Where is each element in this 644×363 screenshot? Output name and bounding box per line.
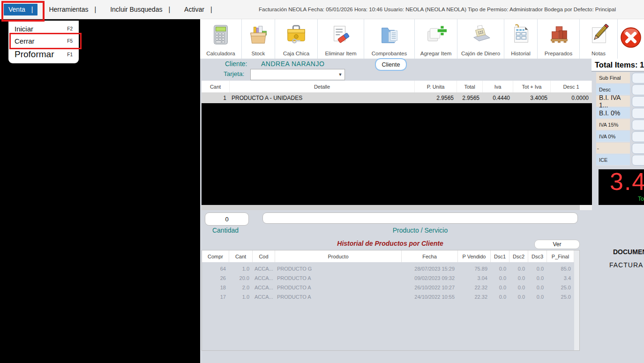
toolbar-label: Comprobantes bbox=[372, 51, 407, 56]
producto-servicio-input[interactable] bbox=[262, 212, 578, 224]
toolbar-button-stock[interactable]: Stock bbox=[242, 19, 275, 59]
history-cell-p-vendido: 75.89 bbox=[458, 264, 491, 273]
bi-iva-field[interactable] bbox=[632, 96, 644, 107]
sale-cell-desc1: 0.0000 bbox=[551, 92, 592, 103]
sidebar-row-ice: ICE bbox=[596, 154, 644, 166]
folder-documents-icon bbox=[379, 19, 400, 51]
history-col-p-vendido: P Vendido bbox=[458, 250, 491, 262]
history-col-producto: Producto bbox=[275, 250, 402, 262]
toolbar-label: Notas bbox=[592, 51, 606, 56]
horizontal-scrollbar[interactable] bbox=[202, 205, 592, 210]
menu-item-proformar[interactable]: Proformar F1 bbox=[8, 47, 79, 61]
history-row[interactable]: 64 1.0 ACCA... PRODUCTO G 28/07/2023 15:… bbox=[202, 264, 574, 273]
history-cell-cod: ACCA... bbox=[253, 292, 275, 302]
producto-servicio-label: Producto / Servicio bbox=[262, 227, 578, 234]
history-cell-cod: ACCA... bbox=[253, 283, 275, 292]
iva-15-field[interactable] bbox=[632, 120, 644, 130]
sidebar-row-sub-final: Sub Final bbox=[596, 72, 644, 84]
menu-activar-label: Activar bbox=[184, 6, 204, 13]
toolbar-label: Preparados bbox=[545, 51, 572, 56]
scrollbar-thumb[interactable] bbox=[580, 205, 592, 210]
menu-incluir-busquedas[interactable]: Incluir Busquedas | bbox=[110, 6, 170, 13]
calculator-icon bbox=[210, 19, 232, 51]
totals-sidebar: Sub Final Desc B.I. IVA 1... B.I. 0% IVA… bbox=[596, 72, 644, 166]
sale-table-row[interactable]: 1 PRODUCTO A - UNIDADES 2.9565 2.9565 0.… bbox=[202, 92, 592, 103]
shortcut-f5: F5 bbox=[67, 38, 73, 44]
bi-0-label: B.I. 0% bbox=[596, 107, 630, 119]
toolbar-button-historial[interactable]: Historial bbox=[504, 19, 538, 59]
history-cell-p-final: 25.0 bbox=[547, 283, 574, 292]
history-col-dsc3: Dsc3 bbox=[528, 250, 547, 262]
sale-col-desc1: Desc 1 bbox=[551, 81, 592, 92]
iva-0-field[interactable] bbox=[632, 131, 644, 142]
history-cell-producto: PRODUCTO A bbox=[275, 273, 402, 283]
close-sale-button[interactable] bbox=[618, 19, 644, 59]
menu-activar[interactable]: Activar | bbox=[184, 6, 212, 13]
pallet-boxes-icon bbox=[548, 19, 569, 51]
toolbar-label: Agregar Item bbox=[420, 51, 451, 56]
history-col-p-final: P_Final bbox=[547, 250, 574, 262]
sale-col-p-unita: P. Unita bbox=[415, 81, 457, 92]
menu-herramientas[interactable]: Herramientas | bbox=[49, 6, 96, 13]
close-x-icon bbox=[620, 19, 642, 56]
history-cell-compr: 26 bbox=[202, 273, 229, 283]
history-cell-dsc1: 0.0 bbox=[491, 283, 509, 292]
toolbar-label: Caja Chica bbox=[283, 51, 309, 56]
toolbar-button-preparados[interactable]: Preparados bbox=[538, 19, 580, 59]
history-cell-cant: 1.0 bbox=[229, 264, 253, 273]
cantidad-input[interactable] bbox=[205, 212, 249, 226]
cantidad-label: Cantidad bbox=[205, 227, 246, 234]
history-col-fecha: Fecha bbox=[402, 250, 458, 262]
history-cell-dsc2: 0.0 bbox=[509, 264, 528, 273]
history-cell-p-vendido: 3.04 bbox=[458, 273, 491, 283]
history-cell-fecha: 26/10/2022 10:27 bbox=[402, 283, 458, 292]
menu-venta-label: Venta bbox=[8, 6, 25, 13]
total-items-summary: Total Items: 1 - bbox=[592, 59, 644, 72]
history-cell-cant: 1.0 bbox=[229, 292, 253, 302]
sub-final-field[interactable] bbox=[632, 73, 644, 83]
history-cell-p-final: 25.0 bbox=[547, 292, 574, 302]
left-black-panel bbox=[0, 19, 200, 363]
history-row[interactable]: 17 1.0 ACCA... PRODUCTO A 24/10/2022 10:… bbox=[202, 292, 574, 302]
tarjeta-dropdown[interactable]: ▼ bbox=[250, 69, 345, 80]
toolbar-label: Eliminar Item bbox=[325, 51, 356, 56]
desc-field[interactable] bbox=[632, 84, 644, 95]
history-cell-cod: ACCA... bbox=[253, 264, 275, 273]
sale-cell-cant: 1 bbox=[202, 92, 230, 103]
history-cell-dsc2: 0.0 bbox=[509, 273, 528, 283]
history-cell-compr: 17 bbox=[202, 292, 229, 302]
toolbar-button-comprobantes[interactable]: Comprobantes bbox=[364, 19, 415, 59]
menu-venta[interactable]: Venta | bbox=[4, 4, 37, 15]
ice-field[interactable] bbox=[632, 155, 644, 166]
history-cell-dsc1: 0.0 bbox=[491, 292, 509, 302]
toolbar-button-agregar-item[interactable]: Agregar Item bbox=[415, 19, 457, 59]
shortcut-f2: F2 bbox=[67, 26, 73, 31]
history-cell-dsc1: 0.0 bbox=[491, 264, 509, 273]
toolbar-button-caja-chica[interactable]: Caja Chica bbox=[275, 19, 318, 59]
sale-col-iva: Iva bbox=[483, 81, 513, 92]
toolbar-button-eliminar-item[interactable]: Eliminar Item bbox=[318, 19, 364, 59]
toolbar-button-cajon-de-dinero[interactable]: Cajón de Dinero bbox=[457, 19, 504, 59]
cliente-button[interactable]: Cliente bbox=[375, 58, 407, 71]
dash-field[interactable] bbox=[632, 143, 644, 154]
toolbar-button-calculadora[interactable]: Calculadora bbox=[200, 19, 242, 59]
bi-0-field[interactable] bbox=[632, 108, 644, 119]
toolbar-label: Stock bbox=[252, 51, 265, 56]
history-cell-dsc2: 0.0 bbox=[509, 283, 528, 292]
cliente-label: Cliente: bbox=[225, 60, 247, 68]
history-cell-p-vendido: 22.32 bbox=[458, 292, 491, 302]
toolbar-button-notas[interactable]: Notas bbox=[580, 19, 618, 59]
menu-item-cerrar[interactable]: Cerrar F5 bbox=[8, 35, 79, 46]
shortcut-f1: F1 bbox=[67, 52, 73, 57]
document-type-value: FACTURA C bbox=[609, 261, 644, 269]
history-row[interactable]: 26 20.0 ACCA... PRODUCTO A 09/02/2023 09… bbox=[202, 273, 574, 283]
history-note-icon bbox=[510, 19, 532, 51]
vertical-scrollbar[interactable] bbox=[574, 250, 579, 350]
ver-button[interactable]: Ver bbox=[534, 240, 580, 249]
menu-item-iniciar[interactable]: Iniciar F2 bbox=[8, 23, 79, 34]
sub-final-label: Sub Final bbox=[596, 72, 630, 83]
menu-item-proformar-label: Proformar bbox=[15, 49, 54, 60]
grand-total-label: To bbox=[638, 196, 644, 202]
history-row[interactable]: 18 2.0 ACCA... PRODUCTO A 26/10/2022 10:… bbox=[202, 283, 574, 292]
stock-box-icon bbox=[247, 19, 269, 51]
